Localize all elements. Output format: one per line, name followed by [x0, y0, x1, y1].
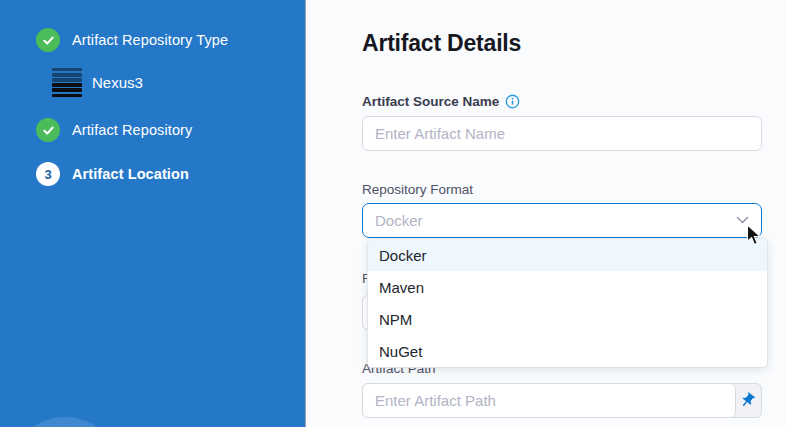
sidebar-step-artifact-repository[interactable]: Artifact Repository	[36, 118, 192, 142]
dropdown-option-docker[interactable]: Docker	[368, 239, 767, 271]
repository-format-label: Repository Format	[362, 182, 473, 197]
step-label: Artifact Repository Type	[72, 32, 228, 48]
artifact-path-input-group	[362, 383, 762, 418]
artifact-wizard: Artifact Repository Type Nexus3 Artifact…	[0, 0, 785, 427]
chevron-down-icon	[736, 216, 749, 225]
label-text: Artifact Source Name	[362, 94, 499, 109]
dropdown-option-npm[interactable]: NPM	[368, 303, 767, 335]
connector-label: Nexus3	[92, 74, 143, 91]
decorative-circle	[9, 417, 121, 427]
artifact-source-name-label: Artifact Source Name	[362, 94, 520, 112]
step-number-badge: 3	[36, 162, 60, 186]
select-value: Docker	[375, 212, 736, 229]
pin-icon[interactable]	[734, 384, 761, 417]
nexus3-stack-icon	[52, 66, 82, 99]
check-icon	[36, 28, 60, 52]
dropdown-option-nuget[interactable]: NuGet	[368, 335, 767, 367]
dropdown-option-maven[interactable]: Maven	[368, 271, 767, 303]
artifact-details-panel: Artifact Details Artifact Source Name Re…	[306, 0, 785, 427]
artifact-source-name-input[interactable]	[362, 116, 762, 151]
wizard-sidebar: Artifact Repository Type Nexus3 Artifact…	[0, 0, 305, 427]
sidebar-step-artifact-location[interactable]: 3 Artifact Location	[36, 162, 189, 186]
repository-format-select[interactable]: Docker	[362, 203, 762, 238]
sidebar-item-nexus3[interactable]: Nexus3	[52, 66, 143, 99]
repository-format-dropdown: Docker Maven NPM NuGet	[368, 239, 767, 367]
step-label: Artifact Location	[72, 166, 189, 182]
page-title: Artifact Details	[362, 30, 521, 57]
check-icon	[36, 118, 60, 142]
artifact-path-input[interactable]	[362, 383, 736, 418]
sidebar-step-artifact-repository-type[interactable]: Artifact Repository Type	[36, 28, 228, 52]
step-label: Artifact Repository	[72, 122, 192, 138]
info-circle-icon[interactable]	[505, 94, 520, 112]
